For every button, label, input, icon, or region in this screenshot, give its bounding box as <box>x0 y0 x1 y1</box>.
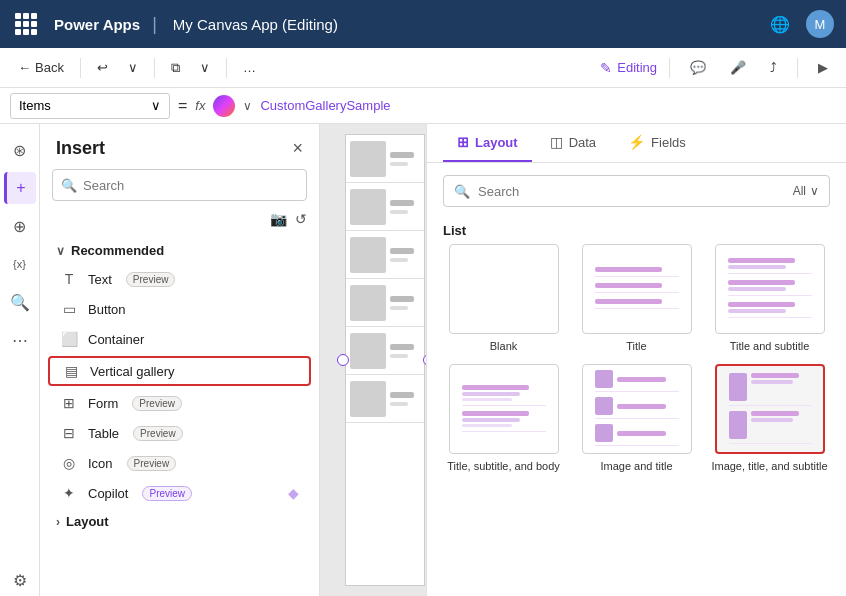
gallery-lines-1 <box>390 152 420 166</box>
layers-icon-button[interactable]: ⊕ <box>4 210 36 242</box>
insert-panel: Insert × 🔍 📷 ↺ ∨ Recommended T Text Prev… <box>40 124 320 596</box>
back-button[interactable]: ← Back <box>10 54 72 82</box>
layout-option-title-subtitle-body[interactable]: Title, subtitle, and body <box>443 364 564 472</box>
copy-dropdown-button[interactable]: ∨ <box>192 54 218 82</box>
gallery-item-5 <box>346 327 424 375</box>
layout-option-title-subtitle[interactable]: Title and subtitle <box>709 244 830 352</box>
chevron-right-icon-layout: › <box>56 515 60 529</box>
doc-title: My Canvas App (Editing) <box>173 16 338 33</box>
camera-action-button[interactable]: 📷 <box>270 211 287 227</box>
title-preview <box>582 244 692 334</box>
text-badge: Preview <box>126 272 176 287</box>
layout-search-bar[interactable]: 🔍 All ∨ <box>443 175 830 207</box>
gallery-item-4 <box>346 279 424 327</box>
gallery-item-3 <box>346 231 424 279</box>
layout-option-blank[interactable]: Blank <box>443 244 564 352</box>
more-vert-icon-button[interactable]: ⋯ <box>4 324 36 356</box>
undo-dropdown-button[interactable]: ∨ <box>120 54 146 82</box>
refresh-action-button[interactable]: ↺ <box>295 211 307 227</box>
app-brand: Power Apps <box>54 16 140 33</box>
tab-data[interactable]: ◫ Data <box>536 124 610 162</box>
insert-icon-button[interactable]: + <box>4 172 36 204</box>
blank-preview <box>449 244 559 334</box>
gallery-line1-2 <box>390 200 414 206</box>
panel-item-table[interactable]: ⊟ Table Preview <box>40 418 319 448</box>
form-label: Form <box>88 396 118 411</box>
recommended-section-header[interactable]: ∨ Recommended <box>40 237 319 264</box>
layout-panel: ⊞ Layout ◫ Data ⚡ Fields 🔍 All ∨ List <box>426 124 846 596</box>
panel-close-button[interactable]: × <box>292 138 303 159</box>
layout-search-input[interactable] <box>478 184 785 199</box>
globe-icon-button[interactable]: 🌐 <box>766 10 794 38</box>
tab-layout[interactable]: ⊞ Layout <box>443 124 532 162</box>
panel-item-container[interactable]: ⬜ Container <box>40 324 319 354</box>
scope-label: Items <box>19 98 51 113</box>
gallery-item-1 <box>346 135 424 183</box>
panel-item-text[interactable]: T Text Preview <box>40 264 319 294</box>
icon-bar: ⊛ + ⊕ {x} 🔍 ⋯ ⚙ <box>0 124 40 596</box>
panel-item-icon[interactable]: ◎ Icon Preview <box>40 448 319 478</box>
gallery-line1-6 <box>390 392 414 398</box>
chevron-down-icon-2: ∨ <box>200 60 210 75</box>
layout-filter-dropdown[interactable]: All ∨ <box>793 184 819 198</box>
settings-icon-button[interactable]: ⚙ <box>4 564 36 596</box>
title-preview-content <box>591 263 683 315</box>
container-label: Container <box>88 332 144 347</box>
recommended-label: Recommended <box>71 243 164 258</box>
secondary-toolbar: ← Back ↩ ∨ ⧉ ∨ … ✎ Editing 💬 🎤 ⤴ ▶ <box>0 48 846 88</box>
layout-grid: Blank Title <box>427 244 846 488</box>
chevron-down-icon: ∨ <box>128 60 138 75</box>
equals-sign: = <box>178 97 187 115</box>
title-label: Title <box>626 340 646 352</box>
undo-icon: ↩ <box>97 60 108 75</box>
resize-handle-left[interactable] <box>337 354 349 366</box>
variable-icon-button[interactable]: {x} <box>4 248 36 280</box>
blank-label: Blank <box>490 340 518 352</box>
search-icon-button[interactable]: 🔍 <box>4 286 36 318</box>
layout-option-image-title[interactable]: Image and title <box>576 364 697 472</box>
layout-section-header[interactable]: › Layout <box>40 508 319 535</box>
layout-option-title[interactable]: Title <box>576 244 697 352</box>
treeview-icon-button[interactable]: ⊛ <box>4 134 36 166</box>
tab-fields[interactable]: ⚡ Fields <box>614 124 700 162</box>
layout-section-label: Layout <box>66 514 109 529</box>
mic-button[interactable]: 🎤 <box>722 54 754 82</box>
form-icon: ⊞ <box>60 395 78 411</box>
gallery-lines-2 <box>390 200 420 214</box>
insert-search-input[interactable] <box>83 178 298 193</box>
formula-input[interactable] <box>260 93 836 119</box>
back-label: Back <box>35 60 64 75</box>
panel-item-copilot[interactable]: ✦ Copilot Preview ◆ <box>40 478 319 508</box>
scope-dropdown[interactable]: Items ∨ <box>10 93 170 119</box>
more-button[interactable]: … <box>235 54 264 82</box>
toolbar-right: ✎ Editing 💬 🎤 ⤴ ▶ <box>600 54 836 82</box>
panel-item-form[interactable]: ⊞ Form Preview <box>40 388 319 418</box>
app-grid-button[interactable] <box>12 10 40 38</box>
gallery-line1-4 <box>390 296 414 302</box>
back-arrow-icon: ← <box>18 60 31 75</box>
insert-search-bar[interactable]: 🔍 <box>52 169 307 201</box>
panel-item-vertical-gallery[interactable]: ▤ Vertical gallery <box>48 356 311 386</box>
list-section-title: List <box>427 215 846 244</box>
avatar-button[interactable]: M <box>806 10 834 38</box>
search-icon: 🔍 <box>61 178 77 193</box>
fields-tab-label: Fields <box>651 135 686 150</box>
share-button[interactable]: ⤴ <box>762 54 785 82</box>
image-title-content <box>591 366 683 452</box>
copilot-diamond-icon: ◆ <box>288 485 299 501</box>
gallery-line2-4 <box>390 306 408 310</box>
panel-item-button[interactable]: ▭ Button <box>40 294 319 324</box>
image-title-subtitle-label: Image, title, and subtitle <box>711 460 827 472</box>
gallery-line2-3 <box>390 258 408 262</box>
container-icon: ⬜ <box>60 331 78 347</box>
gallery-lines-6 <box>390 392 420 406</box>
undo-button[interactable]: ↩ <box>89 54 116 82</box>
copy-button[interactable]: ⧉ <box>163 54 188 82</box>
gallery-thumb-4 <box>350 285 386 321</box>
play-button[interactable]: ▶ <box>810 54 836 82</box>
separator-2 <box>154 58 155 78</box>
layout-option-image-title-subtitle[interactable]: Image, title, and subtitle <box>709 364 830 472</box>
comment-button[interactable]: 💬 <box>682 54 714 82</box>
title-subtitle-label: Title and subtitle <box>730 340 810 352</box>
title-subtitle-content <box>724 254 816 324</box>
